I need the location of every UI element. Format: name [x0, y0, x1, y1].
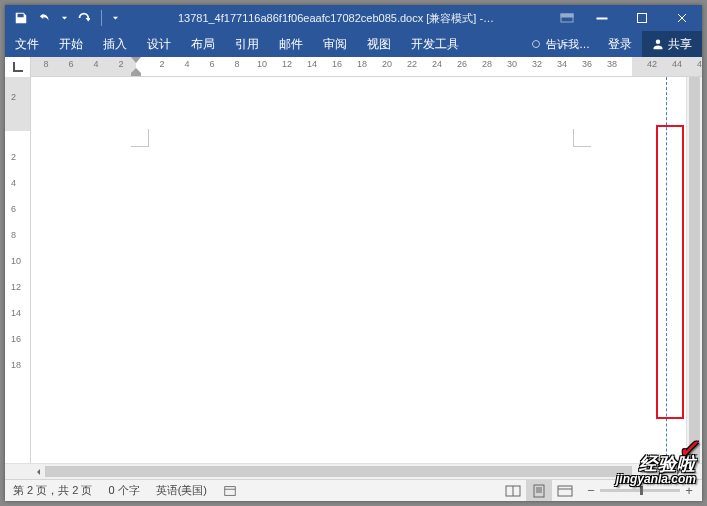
svg-rect-8 — [534, 485, 544, 497]
ruler-tick: 8 — [43, 59, 48, 69]
minimize-button[interactable] — [582, 5, 622, 31]
share-label: 共享 — [668, 36, 692, 53]
vertical-scrollbar[interactable] — [686, 77, 702, 463]
quick-access-toolbar — [5, 8, 120, 28]
status-words[interactable]: 0 个字 — [100, 480, 147, 501]
ruler-tick: 26 — [457, 59, 467, 69]
ruler-tick: 8 — [234, 59, 239, 69]
share-button[interactable]: 共享 — [642, 31, 702, 57]
ruler-tick: 20 — [382, 59, 392, 69]
undo-dropdown[interactable] — [59, 8, 69, 28]
vruler-tick: 2 — [11, 152, 16, 162]
svg-rect-3 — [638, 14, 647, 23]
login-button[interactable]: 登录 — [598, 36, 642, 53]
svg-rect-1 — [561, 14, 573, 17]
status-accessibility-icon[interactable] — [215, 480, 245, 501]
ruler-tick: 36 — [582, 59, 592, 69]
ruler-tick: 18 — [357, 59, 367, 69]
crop-mark-tl — [131, 129, 149, 147]
scroll-left-arrow[interactable] — [31, 464, 45, 479]
ruler-tick: 2 — [118, 59, 123, 69]
scroll-thumb-h[interactable] — [45, 466, 632, 477]
vruler-tick: 16 — [11, 334, 21, 344]
scroll-right-arrow[interactable] — [672, 464, 686, 479]
zoom-control: − + — [578, 483, 702, 498]
first-line-indent[interactable] — [131, 57, 141, 63]
redo-button[interactable] — [73, 8, 93, 28]
view-print-layout[interactable] — [526, 480, 552, 501]
ribbon-display-options[interactable] — [552, 5, 582, 31]
ruler-tick: 28 — [482, 59, 492, 69]
horizontal-scrollbar[interactable] — [5, 463, 702, 479]
view-read-mode[interactable] — [500, 480, 526, 501]
status-language[interactable]: 英语(美国) — [148, 480, 215, 501]
scroll-down-arrow[interactable] — [687, 449, 702, 463]
tab-insert[interactable]: 插入 — [93, 31, 137, 57]
ruler-tick: 22 — [407, 59, 417, 69]
tab-view[interactable]: 视图 — [357, 31, 401, 57]
main-area: 224681012141618 — [5, 77, 702, 463]
tab-design[interactable]: 设计 — [137, 31, 181, 57]
vertical-ruler[interactable]: 224681012141618 — [5, 77, 31, 463]
page — [31, 77, 671, 463]
ruler-tick: 46 — [697, 59, 702, 69]
view-web-layout[interactable] — [552, 480, 578, 501]
tell-me[interactable]: 告诉我… — [522, 37, 598, 52]
ruler-tick: 6 — [209, 59, 214, 69]
save-button[interactable] — [11, 8, 31, 28]
ruler-tick: 4 — [93, 59, 98, 69]
tab-review[interactable]: 审阅 — [313, 31, 357, 57]
vruler-tick: 4 — [11, 178, 16, 188]
document-view[interactable] — [31, 77, 686, 463]
crop-mark-tr — [573, 129, 591, 147]
ruler-tick: 44 — [672, 59, 682, 69]
vruler-tick: 14 — [11, 308, 21, 318]
scroll-thumb-v[interactable] — [689, 77, 700, 463]
ruler-tick: 4 — [184, 59, 189, 69]
vruler-tick: 18 — [11, 360, 21, 370]
undo-button[interactable] — [35, 8, 55, 28]
vruler-tick: 8 — [11, 230, 16, 240]
tell-me-label: 告诉我… — [546, 37, 590, 52]
app-window: 13781_4f177116a86f1f06eaafc17082ceb085.d… — [5, 5, 702, 501]
ruler-tick: 10 — [257, 59, 267, 69]
horizontal-ruler[interactable]: 8642246810121416182022242628303234363842… — [31, 57, 702, 76]
tab-file[interactable]: 文件 — [5, 31, 49, 57]
close-button[interactable] — [662, 5, 702, 31]
vruler-tick: 12 — [11, 282, 21, 292]
qat-customize[interactable] — [110, 8, 120, 28]
tab-selector[interactable] — [5, 57, 31, 77]
window-title: 13781_4f177116a86f1f06eaafc17082ceb085.d… — [120, 11, 552, 26]
ruler-row: 8642246810121416182022242628303234363842… — [5, 57, 702, 77]
title-bar: 13781_4f177116a86f1f06eaafc17082ceb085.d… — [5, 5, 702, 31]
maximize-button[interactable] — [622, 5, 662, 31]
ruler-tick: 6 — [68, 59, 73, 69]
vruler-tick: 6 — [11, 204, 16, 214]
status-bar: 第 2 页，共 2 页 0 个字 英语(美国) − + — [5, 479, 702, 501]
ruler-tick: 14 — [307, 59, 317, 69]
ruler-tick: 32 — [532, 59, 542, 69]
zoom-slider[interactable] — [600, 489, 680, 492]
tab-mailings[interactable]: 邮件 — [269, 31, 313, 57]
zoom-in[interactable]: + — [682, 483, 696, 498]
zoom-out[interactable]: − — [584, 483, 598, 498]
ruler-tick: 2 — [159, 59, 164, 69]
tab-developer[interactable]: 开发工具 — [401, 31, 469, 57]
ribbon-tabs: 文件 开始 插入 设计 布局 引用 邮件 审阅 视图 开发工具 告诉我… 登录 … — [5, 31, 702, 57]
status-page[interactable]: 第 2 页，共 2 页 — [5, 480, 100, 501]
ruler-tick: 38 — [607, 59, 617, 69]
ruler-tick: 12 — [282, 59, 292, 69]
annotation-red-box — [656, 125, 684, 419]
tab-layout[interactable]: 布局 — [181, 31, 225, 57]
svg-rect-12 — [558, 486, 572, 496]
vruler-tick: 2 — [11, 92, 16, 102]
vruler-tick: 10 — [11, 256, 21, 266]
ruler-tick: 42 — [647, 59, 657, 69]
ruler-tick: 24 — [432, 59, 442, 69]
ruler-tick: 16 — [332, 59, 342, 69]
tab-home[interactable]: 开始 — [49, 31, 93, 57]
ruler-tick: 30 — [507, 59, 517, 69]
svg-rect-5 — [225, 486, 236, 495]
hanging-indent[interactable] — [131, 68, 141, 76]
tab-references[interactable]: 引用 — [225, 31, 269, 57]
